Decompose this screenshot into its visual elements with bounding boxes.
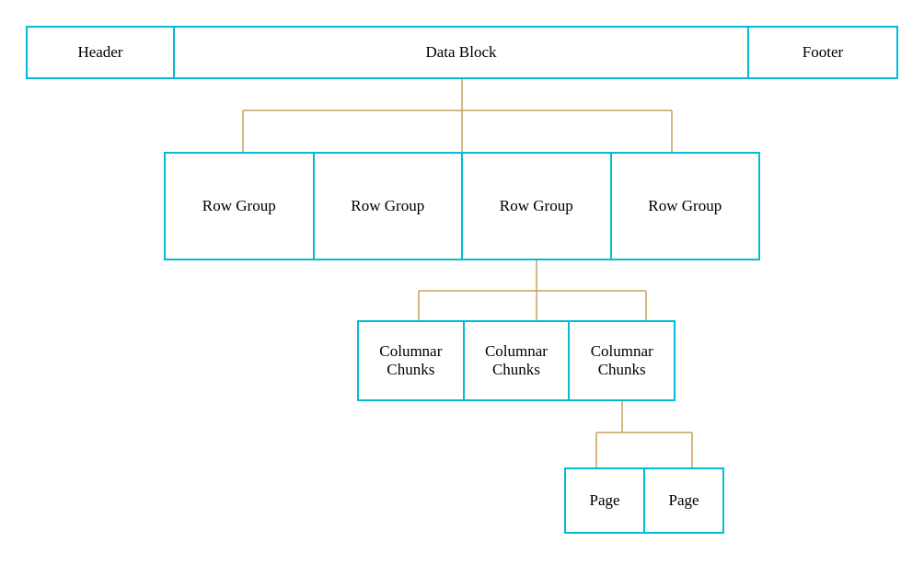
data-block-cell: Data Block bbox=[175, 28, 749, 77]
col-chunk-3: ColumnarChunks bbox=[570, 322, 674, 399]
page-1: Page bbox=[566, 469, 645, 532]
col-chunks-container: ColumnarChunks ColumnarChunks ColumnarCh… bbox=[357, 320, 676, 401]
col-chunk-2-label: ColumnarChunks bbox=[485, 342, 548, 380]
footer-label: Footer bbox=[803, 43, 843, 62]
data-block-label: Data Block bbox=[426, 43, 497, 62]
pages-container: Page Page bbox=[564, 467, 724, 534]
row-group-2-label: Row Group bbox=[351, 197, 424, 215]
header-label: Header bbox=[77, 43, 122, 62]
row-group-4-label: Row Group bbox=[648, 197, 722, 215]
row-group-1: Row Group bbox=[166, 154, 315, 259]
col-chunk-2: ColumnarChunks bbox=[465, 322, 571, 399]
header-cell: Header bbox=[28, 28, 175, 77]
footer-cell: Footer bbox=[749, 28, 896, 77]
row-groups-container: Row Group Row Group Row Group Row Group bbox=[164, 152, 760, 260]
row-group-3-label: Row Group bbox=[500, 197, 573, 215]
diagram: Header Data Block Footer Row Group Row G… bbox=[0, 0, 924, 565]
connectors-svg bbox=[0, 0, 924, 565]
row-group-3: Row Group bbox=[463, 154, 612, 259]
page-2: Page bbox=[645, 469, 722, 532]
row-group-4: Row Group bbox=[612, 154, 759, 259]
page-2-label: Page bbox=[668, 491, 699, 510]
col-chunk-1-label: ColumnarChunks bbox=[379, 342, 442, 380]
row-group-1-label: Row Group bbox=[202, 197, 276, 215]
page-1-label: Page bbox=[589, 491, 619, 510]
col-chunk-3-label: ColumnarChunks bbox=[591, 342, 653, 380]
top-row: Header Data Block Footer bbox=[26, 26, 898, 79]
row-group-2: Row Group bbox=[315, 154, 464, 259]
col-chunk-1: ColumnarChunks bbox=[359, 322, 465, 399]
